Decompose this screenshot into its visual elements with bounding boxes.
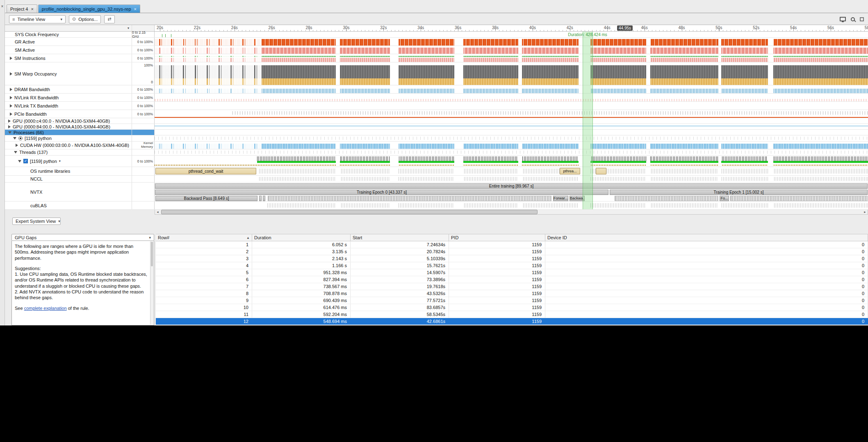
row-track-dram[interactable]: [155, 85, 868, 93]
time-ruler[interactable]: 20s22s24s26s28s30s32s34s36s38s40s42s44s4…: [155, 25, 868, 31]
scrollbar-track[interactable]: [160, 210, 862, 214]
row-track-pcie[interactable]: [155, 110, 868, 118]
scrollbar-thumb[interactable]: [161, 210, 538, 214]
expert-system-view-dropdown[interactable]: Expert System View ▾: [12, 218, 61, 225]
row-track-sys-clock[interactable]: [155, 32, 868, 37]
table-row[interactable]: 8 708.878 ms 43.5326s 1159 0: [156, 290, 868, 297]
nvtx-range-backward-chip[interactable]: Backwa...: [570, 196, 585, 201]
row-track-nccl[interactable]: [155, 176, 868, 182]
expand-icon[interactable]: [10, 104, 12, 108]
radio-icon[interactable]: [18, 136, 23, 140]
nvtx-range-tiny[interactable]: [263, 196, 265, 201]
nvtx-range-forward-chip[interactable]: Forwar...: [553, 196, 568, 201]
row-track-nvlink-tx[interactable]: [155, 102, 868, 110]
row-label[interactable]: CUDA HW (0000:03:00.0 - NVIDIA A100-SXM4…: [5, 142, 132, 149]
nvtx-range-fo-chip[interactable]: Fo...: [720, 196, 729, 201]
table-row[interactable]: 10 614.476 ms 83.6857s 1159 0: [156, 304, 868, 311]
row-label[interactable]: SM Active: [5, 46, 132, 54]
screenshot-icon[interactable]: [840, 17, 846, 21]
row-track-sm-active[interactable]: [155, 46, 868, 54]
tab-project[interactable]: Project 4 ×: [7, 5, 37, 13]
expand-icon[interactable]: [10, 57, 12, 60]
tab-report[interactable]: profile_nonblocking_single_gpu_32.nsys-r…: [38, 5, 140, 13]
row-track-processes[interactable]: [155, 130, 868, 135]
nvtx-range-epoch-1[interactable]: Training Epoch 1 [15.002 s]: [610, 190, 868, 195]
row-label[interactable]: NVTX: [5, 183, 132, 201]
row-track-sm-instructions[interactable]: [155, 54, 868, 62]
expand-icon[interactable]: [10, 88, 12, 91]
row-label[interactable]: SM Instructions: [5, 54, 132, 62]
row-track-threads[interactable]: [155, 149, 868, 155]
expand-icon[interactable]: [10, 96, 12, 99]
table-row[interactable]: 3 2.143 s 5.10339s 1159 0: [156, 255, 868, 262]
expand-icon[interactable]: [16, 144, 18, 147]
table-row[interactable]: 12 548.694 ms 42.6861s 1159 0: [156, 318, 868, 325]
collapse-icon[interactable]: [8, 131, 11, 134]
zoom-icon[interactable]: [851, 17, 855, 21]
row-track-gpu-c4[interactable]: [155, 118, 868, 124]
row-track-cublas[interactable]: [155, 202, 868, 209]
nvtx-range-backward-pass[interactable]: Backward Pass [8.649 s]: [155, 196, 257, 201]
table-row[interactable]: 1 6.052 s 7.24634s 1159 0: [156, 241, 868, 248]
row-track-warp-occupancy[interactable]: [155, 62, 868, 85]
row-label[interactable]: OS runtime libraries: [5, 167, 132, 175]
column-header-device[interactable]: Device ID: [545, 234, 868, 241]
panel-toggle-icon[interactable]: [860, 17, 864, 21]
nvtx-range-epoch-0[interactable]: Training Epoch 0 [43.337 s]: [155, 190, 608, 195]
nvtx-dense-ranges[interactable]: [615, 196, 718, 201]
row-label[interactable]: [1159] python: [5, 135, 132, 141]
nvtx-range-entire-training[interactable]: Entire training [89.967 s]: [155, 183, 868, 189]
row-track-gr-active[interactable]: [155, 38, 868, 46]
timestamp-cursor-badge[interactable]: 44.95s: [617, 25, 633, 31]
view-selector-dropdown[interactable]: ≡ Timeline View ▾: [9, 15, 66, 23]
row-track-thread-python[interactable]: [155, 156, 868, 167]
row-label[interactable]: GPU (0000:84:00.0 - NVIDIA A100-SXM4-40G…: [5, 124, 132, 129]
row-label[interactable]: Threads (137): [5, 149, 132, 155]
column-header-row[interactable]: Row# ▲: [156, 234, 252, 241]
nvtx-dense-ranges[interactable]: [268, 196, 551, 201]
row-label[interactable]: NVLink TX Bandwidth: [5, 102, 132, 110]
rule-selector-dropdown[interactable]: GPU Gaps ▾: [11, 234, 154, 241]
nvtx-range-tiny[interactable]: [259, 196, 262, 201]
table-row[interactable]: 9 690.439 ms 77.5721s 1159 0: [156, 297, 868, 304]
panel-close-icon[interactable]: ×: [1, 4, 4, 9]
collapse-icon[interactable]: [13, 137, 16, 140]
os-event-chip-small[interactable]: [596, 168, 606, 174]
close-icon[interactable]: ×: [134, 7, 137, 11]
collapse-icon[interactable]: [14, 151, 17, 153]
row-label[interactable]: NVLink RX Bandwidth: [5, 94, 132, 101]
expand-icon[interactable]: [10, 72, 12, 76]
table-row[interactable]: 11 592.204 ms 58.5345s 1159 0: [156, 311, 868, 318]
close-icon[interactable]: ×: [31, 7, 33, 11]
row-label[interactable]: ✓ [1159] python ▾: [5, 156, 132, 167]
row-track-gpu-84[interactable]: [155, 124, 868, 129]
scrollbar-thumb[interactable]: [151, 242, 153, 266]
swap-rows-button[interactable]: ⇄: [104, 15, 114, 23]
os-event-pthread-cond-wait[interactable]: pthread_cond_wait: [155, 168, 256, 174]
column-header-pid[interactable]: PID: [449, 234, 545, 241]
row-label[interactable]: DRAM Bandwidth: [5, 85, 132, 93]
row-label[interactable]: cuBLAS: [5, 202, 132, 209]
row-label-selected[interactable]: Processes (66): [5, 130, 132, 135]
row-track-nvtx[interactable]: Entire training [89.967 s] Training Epoc…: [155, 183, 868, 201]
row-track-process-python[interactable]: [155, 135, 868, 141]
table-row[interactable]: 4 1.166 s 15.7621s 1159 0: [156, 262, 868, 269]
complete-explanation-link[interactable]: complete explanation: [24, 306, 67, 311]
checkbox-checked-icon[interactable]: ✓: [23, 159, 28, 163]
table-row[interactable]: 6 827.394 ms 73.3896s 1159 0: [156, 276, 868, 283]
row-track-cuda-hw[interactable]: [155, 142, 868, 149]
row-label[interactable]: GPU (0000:c4:00.0 - NVIDIA A100-SXM4-40G…: [5, 118, 132, 124]
expand-icon[interactable]: [8, 125, 11, 128]
row-label[interactable]: NCCL: [5, 176, 132, 182]
row-label[interactable]: PCIe Bandwidth: [5, 110, 132, 118]
timeline-horizontal-scrollbar[interactable]: ◄ ►: [155, 209, 868, 215]
table-row[interactable]: 7 738.567 ms 19.7618s 1159 0: [156, 283, 868, 290]
column-header-duration[interactable]: Duration: [252, 234, 351, 241]
chevron-down-icon[interactable]: ▾: [59, 159, 61, 163]
row-label[interactable]: SM Warp Occupancy: [5, 62, 132, 85]
rule-panel-scrollbar[interactable]: [150, 241, 153, 325]
table-row[interactable]: 5 951.328 ms 14.5907s 1159 0: [156, 269, 868, 276]
row-track-os-runtime[interactable]: pthread_cond_wait pthrea...: [155, 167, 868, 175]
column-header-start[interactable]: Start: [351, 234, 449, 241]
expand-icon[interactable]: [10, 112, 12, 116]
